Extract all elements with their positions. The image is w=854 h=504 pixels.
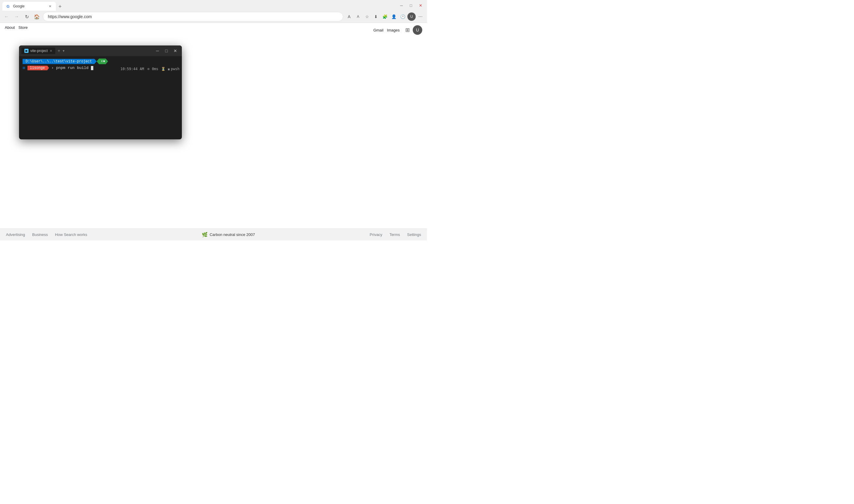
about-link[interactable]: About <box>5 25 15 30</box>
home-button[interactable]: 🏠 <box>33 13 41 21</box>
terminal-minimize-button[interactable]: ─ <box>153 47 162 55</box>
google-top-nav: Gmail Images ⊞ U <box>0 23 427 37</box>
apps-icon[interactable]: ⊞ <box>403 26 412 34</box>
terminal-window-controls: ─ □ ✕ <box>153 47 180 55</box>
leaf-icon: 🌿 <box>202 232 208 237</box>
back-button[interactable]: ← <box>2 13 11 21</box>
url-bar[interactable]: https://www.google.com <box>43 12 343 21</box>
tab-title: Google <box>13 4 45 8</box>
footer-center: 🌿 Carbon neutral since 2007 <box>202 232 255 237</box>
terminal-titlebar: ▶ vite-project ✕ + ▾ ─ □ ✕ <box>19 46 182 56</box>
terminal-prompt-arrow: › <box>51 66 54 70</box>
terminal-tab-icon: ▶ <box>24 49 29 53</box>
tab-favicon: G <box>6 4 11 8</box>
close-button[interactable]: ✕ <box>416 1 424 10</box>
terminal-duration: 0ms ⏳ <box>152 67 165 71</box>
terminal-tab-title: vite-project <box>30 49 48 53</box>
account-avatar[interactable]: U <box>407 13 416 21</box>
footer-left-links: Advertising Business How Search works <box>6 232 87 237</box>
google-page: About Store Gmail Images ⊞ U ▶ vite-proj… <box>0 23 427 240</box>
window-controls: ─ □ ✕ <box>397 1 424 10</box>
terminal-path: D:\User\..\..\test\vite-project <box>23 59 96 64</box>
store-link[interactable]: Store <box>18 25 28 30</box>
terminal-tab-close[interactable]: ✕ <box>50 49 52 53</box>
terminal-command: pnpm run build <box>56 66 89 70</box>
carbon-neutral-text: Carbon neutral since 2007 <box>210 232 255 237</box>
google-footer: Advertising Business How Search works 🌿 … <box>0 229 427 240</box>
favorites-icon[interactable]: ☆ <box>363 13 371 21</box>
terminal-tab-dropdown[interactable]: ▾ <box>63 49 65 53</box>
reload-button[interactable]: ↻ <box>23 13 31 21</box>
terminal-prompt-row: D:\User\..\..\test\vite-project ⬆♥ <box>23 58 178 64</box>
download-icon[interactable]: ⬇ <box>372 13 380 21</box>
svg-text:G: G <box>6 4 10 8</box>
how-search-works-link[interactable]: How Search works <box>55 232 87 237</box>
user-account-icon[interactable]: U <box>413 25 422 35</box>
terminal-close-button[interactable]: ✕ <box>171 47 180 55</box>
tab-bar: G Google ✕ + <box>2 0 395 11</box>
reading-mode-icon[interactable]: A <box>354 13 362 21</box>
settings-link[interactable]: Settings <box>407 232 421 237</box>
address-bar: ← → ↻ 🏠 https://www.google.com A A ☆ ⬇ 🧩… <box>0 11 427 22</box>
menu-button[interactable]: ⋯ <box>416 13 424 21</box>
title-bar: G Google ✕ + ─ □ ✕ <box>0 0 427 11</box>
terms-link[interactable]: Terms <box>389 232 400 237</box>
browser-chrome: G Google ✕ + ─ □ ✕ ← → ↻ 🏠 https://www.g… <box>0 0 427 23</box>
terminal-window: ▶ vite-project ✕ + ▾ ─ □ ✕ 10:59:44 AM ⊙ <box>19 46 182 139</box>
terminal-time: 10:59:44 AM ⊙ <box>120 67 149 71</box>
winlogo-icon: ⊞ <box>23 65 25 70</box>
terminal-info-bar: 10:59:44 AM ⊙ 0ms ⏳ ▣ pwsh <box>120 67 180 71</box>
extensions-icon[interactable]: 🧩 <box>381 13 389 21</box>
new-tab-button[interactable]: + <box>56 2 64 11</box>
toolbar-icons: A A ☆ ⬇ 🧩 👤 🕐 U ⋯ <box>345 13 424 21</box>
privacy-link[interactable]: Privacy <box>370 232 382 237</box>
terminal-tab[interactable]: ▶ vite-project ✕ <box>21 48 55 54</box>
business-link[interactable]: Business <box>32 232 48 237</box>
google-nav-icons: ⊞ U <box>403 25 422 35</box>
advertising-link[interactable]: Advertising <box>6 232 25 237</box>
minimize-button[interactable]: ─ <box>397 1 405 10</box>
profile-icon[interactable]: 👤 <box>389 13 398 21</box>
history-icon[interactable]: 🕐 <box>398 13 407 21</box>
forward-button[interactable]: → <box>13 13 21 21</box>
url-text: https://www.google.com <box>48 14 92 19</box>
gmail-link[interactable]: Gmail <box>373 28 383 32</box>
images-link[interactable]: Images <box>387 28 400 32</box>
google-left-nav: About Store <box>5 25 28 30</box>
footer-right-links: Privacy Terms Settings <box>370 232 421 237</box>
browser-tab[interactable]: G Google ✕ <box>2 2 56 11</box>
terminal-git-info: ⬆♥ <box>96 58 108 64</box>
terminal-maximize-button[interactable]: □ <box>162 47 170 55</box>
terminal-new-tab-button[interactable]: + <box>56 48 61 54</box>
terminal-cursor <box>91 66 93 70</box>
terminal-shell-info: ▣ pwsh <box>168 67 180 71</box>
tab-close-button[interactable]: ✕ <box>48 4 52 8</box>
maximize-button[interactable]: □ <box>407 1 415 10</box>
translate-icon[interactable]: A <box>345 13 353 21</box>
terminal-username: lisonge <box>28 66 49 70</box>
